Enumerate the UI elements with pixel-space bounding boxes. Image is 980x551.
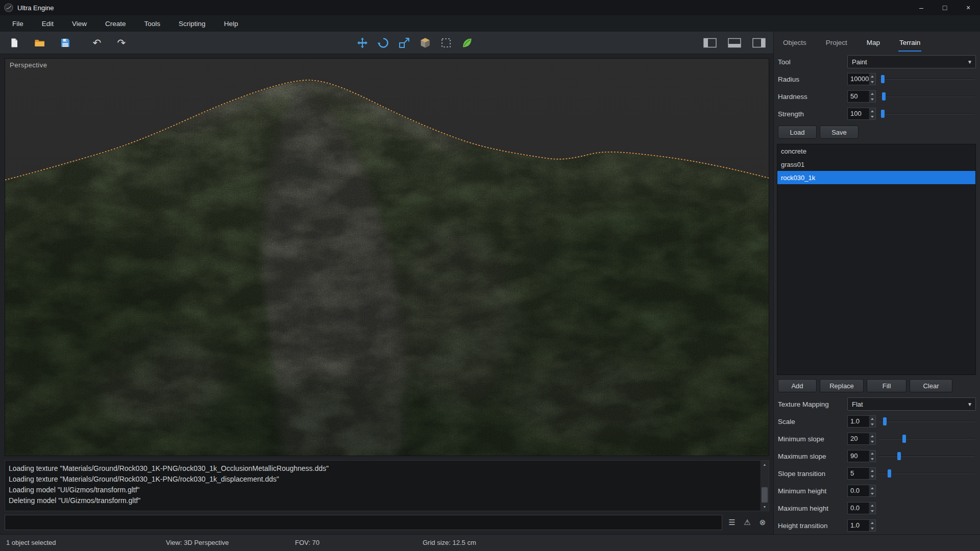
spin-arrows[interactable] <box>869 73 875 85</box>
spin-up-icon[interactable] <box>869 503 875 508</box>
spin-arrows[interactable] <box>869 416 875 427</box>
spin-down-icon[interactable] <box>869 421 875 427</box>
spin-down-icon[interactable] <box>869 456 875 462</box>
undo-button[interactable]: ↶ <box>88 34 106 52</box>
layout-left-panel-button[interactable] <box>701 34 719 52</box>
height-transition-spinbox[interactable]: 1.0 <box>847 519 876 532</box>
radius-slider[interactable] <box>878 73 976 85</box>
material-list[interactable]: concrete grass01 rock030_1k <box>777 144 976 375</box>
minimize-button[interactable]: – <box>910 0 933 15</box>
tab-project[interactable]: Project <box>825 34 848 52</box>
spin-down-icon[interactable] <box>869 508 875 514</box>
minimum-slope-slider[interactable] <box>878 433 976 445</box>
model-tool-button[interactable] <box>416 34 434 52</box>
log-list-button[interactable]: ☰ <box>725 516 739 529</box>
redo-button[interactable]: ↷ <box>112 34 131 52</box>
spin-arrows[interactable] <box>869 91 875 102</box>
terrain-tool-button[interactable] <box>458 34 476 52</box>
menu-file[interactable]: File <box>3 15 33 32</box>
spin-arrows[interactable] <box>869 450 875 462</box>
layout-right-panel-button[interactable] <box>750 34 768 52</box>
menu-scripting[interactable]: Scripting <box>169 15 215 32</box>
save-layers-button[interactable]: Save <box>820 126 859 139</box>
material-item-grass01[interactable]: grass01 <box>777 158 975 171</box>
spin-down-icon[interactable] <box>869 439 875 444</box>
scale-spinbox[interactable]: 1.0 <box>847 415 876 428</box>
console-scrollbar[interactable]: ▲ ▼ <box>760 461 769 511</box>
save-button[interactable] <box>56 34 75 52</box>
strength-slider[interactable] <box>878 108 976 120</box>
load-button[interactable]: Load <box>778 126 817 139</box>
select-tool-button[interactable] <box>437 34 455 52</box>
slider-thumb[interactable] <box>882 92 886 101</box>
menu-edit[interactable]: Edit <box>33 15 63 32</box>
maximize-button[interactable]: □ <box>933 0 957 15</box>
tab-map[interactable]: Map <box>866 34 881 52</box>
spin-arrows[interactable] <box>869 520 875 531</box>
close-button[interactable]: × <box>957 0 980 15</box>
spin-arrows[interactable] <box>869 468 875 479</box>
slope-transition-spinbox[interactable]: 5 <box>847 467 876 480</box>
warnings-button[interactable]: ⚠ <box>741 516 754 529</box>
scroll-down-icon[interactable]: ▼ <box>761 503 769 511</box>
rotate-tool-button[interactable] <box>374 34 393 52</box>
tab-terrain[interactable]: Terrain <box>898 34 921 52</box>
spin-up-icon[interactable] <box>869 450 875 456</box>
move-tool-button[interactable] <box>353 34 372 52</box>
replace-button[interactable]: Replace <box>820 379 864 392</box>
layout-bottom-panel-button[interactable] <box>725 34 744 52</box>
menu-help[interactable]: Help <box>215 15 248 32</box>
slider-thumb[interactable] <box>881 75 885 83</box>
spin-up-icon[interactable] <box>869 485 875 491</box>
spin-down-icon[interactable] <box>869 114 875 119</box>
slider-thumb[interactable] <box>897 452 901 460</box>
texture-mapping-dropdown[interactable]: Flat ▼ <box>847 397 976 411</box>
spin-arrows[interactable] <box>869 433 875 444</box>
scale-slider[interactable] <box>878 415 976 428</box>
material-item-concrete[interactable]: concrete <box>777 144 975 158</box>
hardness-slider[interactable] <box>878 90 976 103</box>
radius-spinbox[interactable]: 10000 <box>847 73 876 85</box>
spin-up-icon[interactable] <box>869 108 875 114</box>
minimum-slope-spinbox[interactable]: 20 <box>847 433 876 445</box>
menu-tools[interactable]: Tools <box>135 15 170 32</box>
scale-tool-button[interactable] <box>395 34 413 52</box>
clear-log-button[interactable]: ⊗ <box>756 516 769 529</box>
strength-spinbox[interactable]: 100 <box>847 108 876 120</box>
fill-button[interactable]: Fill <box>867 379 906 392</box>
scroll-up-icon[interactable]: ▲ <box>761 461 769 468</box>
tool-dropdown[interactable]: Paint ▼ <box>847 55 976 68</box>
spin-up-icon[interactable] <box>869 91 875 96</box>
maximum-height-spinbox[interactable]: 0.0 <box>847 502 876 514</box>
spin-arrows[interactable] <box>869 485 875 496</box>
spin-up-icon[interactable] <box>869 468 875 473</box>
spin-up-icon[interactable] <box>869 416 875 421</box>
slider-thumb[interactable] <box>881 110 885 118</box>
add-button[interactable]: Add <box>778 379 817 392</box>
slope-transition-slider[interactable] <box>878 467 976 480</box>
spin-down-icon[interactable] <box>869 525 875 531</box>
spin-arrows[interactable] <box>869 503 875 514</box>
material-item-rock030-selected[interactable]: rock030_1k <box>777 171 975 184</box>
viewport-3d[interactable]: Perspective <box>5 58 769 456</box>
maximum-slope-slider[interactable] <box>878 450 976 462</box>
spin-down-icon[interactable] <box>869 79 875 85</box>
spin-up-icon[interactable] <box>869 73 875 79</box>
hardness-spinbox[interactable]: 50 <box>847 90 876 103</box>
slider-thumb[interactable] <box>883 417 887 425</box>
spin-down-icon[interactable] <box>869 96 875 102</box>
spin-up-icon[interactable] <box>869 433 875 439</box>
menu-create[interactable]: Create <box>96 15 135 32</box>
new-file-button[interactable] <box>5 34 23 52</box>
slider-thumb[interactable] <box>888 469 891 478</box>
spin-down-icon[interactable] <box>869 473 875 479</box>
open-project-button[interactable] <box>31 34 49 52</box>
spin-up-icon[interactable] <box>869 520 875 525</box>
minimum-height-spinbox[interactable]: 0.0 <box>847 485 876 497</box>
spin-arrows[interactable] <box>869 108 875 119</box>
clear-button[interactable]: Clear <box>910 379 952 392</box>
maximum-slope-spinbox[interactable]: 90 <box>847 450 876 462</box>
slider-thumb[interactable] <box>902 435 906 443</box>
spin-down-icon[interactable] <box>869 491 875 496</box>
tab-objects[interactable]: Objects <box>782 34 807 52</box>
